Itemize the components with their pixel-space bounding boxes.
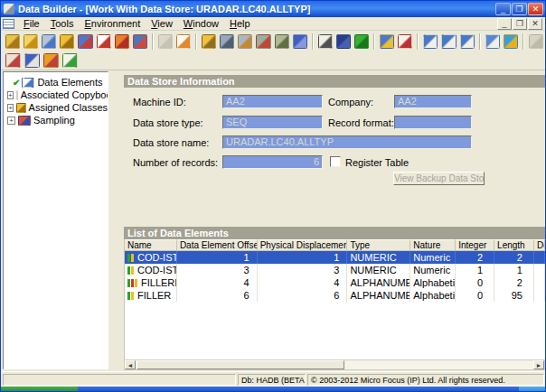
column-header-name[interactable]: Name xyxy=(125,239,177,251)
report-chart-icon[interactable] xyxy=(115,34,129,49)
open-data-store-icon[interactable] xyxy=(5,34,20,49)
cell-displacement: 1 xyxy=(258,251,348,264)
table-row[interactable]: COD-IST11NUMERICNumeric22 xyxy=(125,251,545,264)
workstation-icon[interactable] xyxy=(42,34,56,49)
grid-view-icon[interactable] xyxy=(504,34,518,49)
column-header-type[interactable]: Type xyxy=(347,239,410,251)
user-refresh-icon[interactable] xyxy=(380,34,394,49)
menu-item-help[interactable]: Help xyxy=(224,17,256,30)
cell-name: COD-IST xyxy=(125,251,177,264)
details-view-icon[interactable] xyxy=(485,34,500,49)
horizontal-scrollbar[interactable]: ◄ ► xyxy=(124,359,545,370)
data-elements-table: NameData Element Offset/Physical Displac… xyxy=(124,239,545,359)
split-vertical-icon[interactable] xyxy=(460,34,475,49)
cell-length: 2 xyxy=(494,251,534,264)
column-header-length[interactable]: Length xyxy=(494,239,534,251)
company-field[interactable]: AA2 xyxy=(394,95,472,108)
user-run-icon[interactable] xyxy=(238,34,252,49)
expand-icon[interactable]: + xyxy=(7,91,14,99)
expand-icon[interactable]: + xyxy=(7,104,14,112)
register-table-checkbox[interactable] xyxy=(330,156,341,167)
cell-type: NUMERIC xyxy=(347,251,410,264)
bar xyxy=(135,279,137,287)
table-row[interactable]: FILLER66ALPHANUMERICAlphabetical095 xyxy=(125,289,545,302)
data-store-type-field[interactable]: SEQ xyxy=(222,116,323,129)
user-tools-icon[interactable] xyxy=(256,34,270,49)
tree-item-label: Associated Copybook xyxy=(21,89,108,100)
tree-item-data-elements[interactable]: ✔Data Elements xyxy=(4,76,108,89)
taskbar-middle-fragment xyxy=(78,387,519,392)
close-button[interactable]: ✕ xyxy=(528,3,543,15)
column-header-dec[interactable]: Dec xyxy=(534,239,545,251)
scroll-right-arrow-icon[interactable]: ► xyxy=(533,360,544,369)
open-folder-run-icon[interactable] xyxy=(43,53,59,68)
expand-icon[interactable]: + xyxy=(7,117,15,125)
task-check-icon[interactable] xyxy=(398,34,412,49)
window-title: Data Builder - [Work With Data Store: UR… xyxy=(18,4,310,14)
data-store-name-field[interactable]: URADAR.LC40.ALLTYP xyxy=(222,135,472,149)
column-header-offset[interactable]: Data Element Offset/ xyxy=(177,239,258,251)
send-mail-icon[interactable] xyxy=(275,34,289,49)
record-format-field[interactable] xyxy=(394,116,472,129)
number-of-records-field[interactable]: 6 xyxy=(222,155,323,169)
cell-nature: Numeric xyxy=(410,264,456,276)
import-shape-icon[interactable] xyxy=(24,53,40,68)
edit-disabled-icon xyxy=(158,34,173,49)
bpt-document-icon[interactable] xyxy=(318,34,333,49)
scrollbar-thumb[interactable] xyxy=(136,360,344,369)
menu-item-file[interactable]: File xyxy=(18,17,45,30)
column-header-nature[interactable]: Nature xyxy=(410,239,456,251)
toolbar-separator xyxy=(373,33,375,50)
mdi-close-button[interactable]: ✕ xyxy=(528,18,542,30)
bar-chart-icon[interactable] xyxy=(97,34,111,49)
data-elements-icon xyxy=(22,78,34,88)
mdi-restore-button[interactable]: ❐ xyxy=(513,18,527,30)
copybook-icon xyxy=(16,90,18,100)
user-settings-icon[interactable] xyxy=(220,34,234,49)
bar xyxy=(131,266,134,275)
status-db-pane: Db: HADB (BETAALB) xyxy=(238,374,306,386)
menu-item-environment[interactable]: Environment xyxy=(79,17,146,30)
navy-book-icon[interactable] xyxy=(336,34,351,49)
user-alert-icon[interactable] xyxy=(202,34,216,49)
checkmark-icon: ✔ xyxy=(13,78,20,88)
column-header-displacement[interactable]: Physical Displacement xyxy=(258,239,348,251)
run-icon[interactable] xyxy=(354,34,369,49)
export-window-icon[interactable] xyxy=(5,53,21,68)
restore-button[interactable]: ❐ xyxy=(512,3,527,15)
menu-item-view[interactable]: View xyxy=(146,17,178,30)
menu-item-window[interactable]: Window xyxy=(178,17,224,30)
table-row[interactable]: COD-IST-133NUMERICNumeric11 xyxy=(125,264,545,276)
tree-item-sampling[interactable]: +Sampling xyxy=(4,114,108,126)
picture-icon[interactable] xyxy=(78,34,92,49)
company-label: Company: xyxy=(328,97,373,107)
machine-id-field[interactable]: AA2 xyxy=(222,95,323,108)
table-row[interactable]: FILLERINO44ALPHANUMERICAlphabetical02 xyxy=(125,276,545,289)
start-button-fragment[interactable] xyxy=(1,387,78,392)
cell-displacement: 3 xyxy=(258,264,348,276)
column-header-integer[interactable]: Integer xyxy=(456,239,494,251)
view-backup-data-store-button[interactable]: View Backup Data Store xyxy=(393,172,485,185)
system-tray-fragment xyxy=(519,387,545,392)
data-store-information-header: Data Store Information xyxy=(124,75,545,88)
cell-integer: 1 xyxy=(456,264,494,276)
tree-item-classes[interactable]: +Assigned Classes xyxy=(4,101,108,114)
split-horizontal-icon[interactable] xyxy=(441,34,456,49)
refresh-document-icon[interactable] xyxy=(62,53,78,68)
minimize-button[interactable]: _ xyxy=(495,3,511,15)
mdi-system-icon[interactable] xyxy=(3,19,14,29)
window-header-icon[interactable] xyxy=(423,34,438,49)
blue-panel-icon[interactable] xyxy=(293,34,307,49)
tree-item-label: Sampling xyxy=(33,115,75,126)
mdi-minimize-button[interactable]: _ xyxy=(497,18,512,30)
toolbar-separator xyxy=(417,33,419,50)
window-layout-icon[interactable] xyxy=(133,34,147,49)
tree-item-copybook[interactable]: +Associated Copybook xyxy=(4,89,108,101)
cell-integer: 2 xyxy=(456,251,494,264)
folder-icon[interactable] xyxy=(24,34,38,49)
menu-item-tools[interactable]: Tools xyxy=(45,17,80,30)
notepad-icon[interactable] xyxy=(176,34,191,49)
scroll-left-arrow-icon[interactable]: ◄ xyxy=(125,360,136,369)
alarm-bell-icon[interactable] xyxy=(60,34,74,49)
element-bars-icon xyxy=(127,279,137,287)
